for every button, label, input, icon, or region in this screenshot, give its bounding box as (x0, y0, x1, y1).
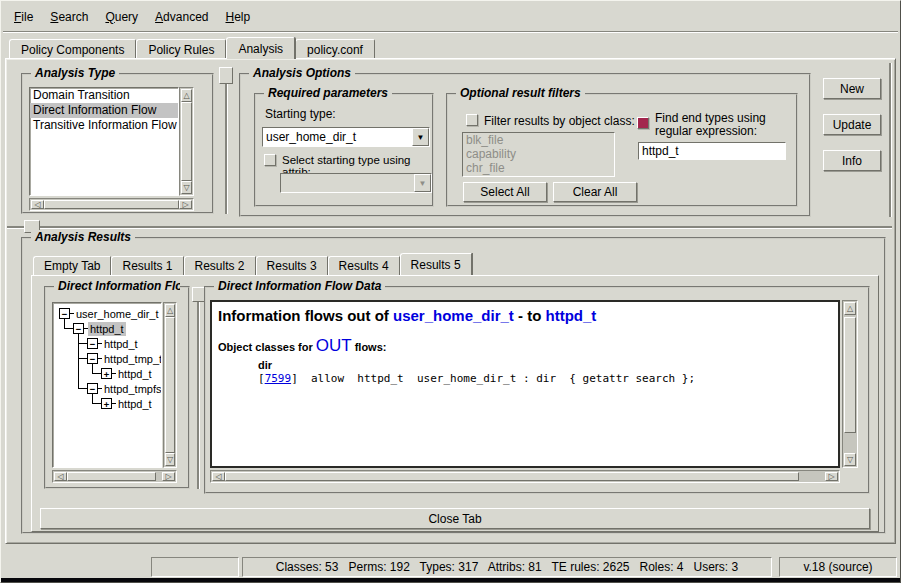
tree-node[interactable]: httpd_t (73, 322, 126, 335)
tab-policy-conf[interactable]: policy.conf (295, 39, 375, 59)
update-button[interactable]: Update (823, 114, 881, 135)
scroll-down-icon[interactable] (181, 181, 192, 194)
menu-query[interactable]: Query (105, 10, 138, 24)
object-class-checkbox[interactable] (466, 114, 478, 126)
rule-number-link[interactable]: 7599 (265, 372, 292, 385)
scroll-up-icon[interactable] (844, 302, 856, 315)
list-item[interactable]: Transitive Information Flow (30, 118, 178, 133)
source-type: user_home_dir_t (393, 307, 514, 324)
tree-node[interactable]: httpd_t (101, 397, 154, 410)
starting-type-value[interactable] (263, 128, 412, 146)
scroll-up-icon[interactable] (165, 304, 175, 317)
starting-type-combobox[interactable] (262, 127, 430, 147)
tree-node[interactable]: httpd_t (101, 367, 154, 380)
tree-node[interactable]: httpd_tmp_t (87, 352, 162, 365)
target-type: httpd_t (546, 307, 597, 324)
info-button[interactable]: Info (823, 150, 881, 171)
data-hscrollbar[interactable] (210, 470, 840, 483)
expander-minus-icon[interactable] (59, 308, 70, 319)
pane-sash-handle[interactable] (219, 67, 233, 84)
close-tab-button[interactable]: Close Tab (40, 508, 870, 529)
required-parameters-label: Required parameters (264, 86, 392, 100)
analysis-options-frame: Analysis Options Required parameters Sta… (239, 73, 811, 217)
scroll-left-icon[interactable] (54, 472, 67, 481)
new-button[interactable]: New (823, 78, 881, 99)
results-tab-page: Direct Information Flow T (31, 275, 879, 532)
expander-minus-icon[interactable] (87, 353, 98, 364)
list-item[interactable]: Domain Transition (30, 88, 178, 103)
clear-all-button[interactable]: Clear All (553, 182, 637, 202)
object-class-checkbox-label: Filter results by object class: (484, 114, 635, 128)
tab-policy-rules[interactable]: Policy Rules (136, 39, 226, 59)
object-class-checkbox-row: Filter results by object class: (466, 114, 635, 128)
flow-data-frame: Direct Information Flow Data Information… (204, 286, 870, 494)
tab-analysis[interactable]: Analysis (226, 37, 295, 59)
analysis-type-vscrollbar[interactable] (179, 87, 194, 196)
expander-plus-icon[interactable] (101, 398, 112, 409)
tab-results-4[interactable]: Results 4 (328, 256, 400, 275)
analysis-type-hscrollbar[interactable] (29, 198, 194, 211)
expander-minus-icon[interactable] (87, 338, 98, 349)
flow-tree-label: Direct Information Flow T (54, 279, 180, 293)
scroll-thumb[interactable] (165, 317, 175, 453)
analysis-results-frame: Analysis Results Empty Tab Results 1 Res… (21, 237, 886, 534)
scroll-up-icon[interactable] (181, 89, 192, 102)
tree-node[interactable]: user_home_dir_t (59, 307, 161, 320)
tab-results-1[interactable]: Results 1 (111, 256, 183, 275)
attrib-checkbox[interactable] (264, 154, 276, 166)
optional-result-filters-label: Optional result filters (456, 86, 585, 100)
tab-results-5[interactable]: Results 5 (400, 253, 472, 275)
starting-type-label: Starting type: (265, 107, 336, 121)
scroll-right-icon[interactable] (825, 472, 838, 481)
rule-line: [7599] allow httpd_t user_home_dir_t : d… (258, 372, 832, 385)
scroll-right-icon[interactable] (179, 200, 192, 209)
data-vscrollbar[interactable] (842, 300, 858, 468)
expander-plus-icon[interactable] (101, 368, 112, 379)
list-item[interactable]: Direct Information Flow (30, 103, 178, 118)
tree-hscrollbar[interactable] (52, 470, 177, 483)
list-item: chr_file (463, 161, 614, 175)
menu-advanced[interactable]: Advanced (155, 10, 208, 24)
scroll-left-icon[interactable] (31, 200, 44, 209)
tab-policy-components[interactable]: Policy Components (9, 39, 136, 59)
flow-direction: OUT (313, 336, 355, 356)
analysis-results-label: Analysis Results (31, 230, 135, 244)
scroll-thumb[interactable] (67, 472, 156, 481)
regex-entry-wrap (638, 142, 786, 160)
tab-results-3[interactable]: Results 3 (256, 256, 328, 275)
regex-checkbox[interactable] (637, 117, 649, 129)
scroll-right-icon[interactable] (162, 472, 175, 481)
menu-bar: File Search Query Advanced Help (3, 3, 898, 31)
flow-data-text[interactable]: Information flows out of user_home_dir_t… (210, 300, 840, 468)
apol-window: File Search Query Advanced Help Policy C… (0, 0, 901, 583)
tree-node[interactable]: httpd_tmpfs_t (87, 382, 162, 395)
results-sash-line[interactable] (7, 226, 892, 228)
menu-search[interactable]: Search (50, 10, 88, 24)
tree-data-sash-line[interactable] (197, 302, 199, 489)
tree-vscrollbar[interactable] (163, 302, 177, 468)
dropdown-arrow-icon[interactable] (412, 128, 429, 146)
scroll-thumb[interactable] (44, 200, 179, 209)
expander-minus-icon[interactable] (87, 383, 98, 394)
attrib-combobox (280, 173, 432, 193)
analysis-type-frame: Analysis Type Domain Transition Direct I… (21, 73, 214, 214)
select-all-button[interactable]: Select All (463, 182, 547, 202)
pane-sash-line[interactable] (225, 84, 227, 214)
tab-results-2[interactable]: Results 2 (184, 256, 256, 275)
object-class-name: dir (258, 359, 832, 371)
regex-entry[interactable] (639, 143, 785, 159)
scroll-thumb[interactable] (181, 102, 192, 181)
tab-empty[interactable]: Empty Tab (33, 256, 111, 275)
status-stats: Classes: 53 Perms: 192 Types: 317 Attrib… (242, 557, 772, 577)
scroll-down-icon[interactable] (165, 453, 175, 466)
scroll-down-icon[interactable] (844, 453, 856, 466)
regex-checkbox-label: Find end types using regular expression: (655, 112, 787, 138)
scroll-thumb[interactable] (844, 317, 856, 433)
expander-minus-icon[interactable] (73, 323, 84, 334)
scroll-left-icon[interactable] (212, 472, 225, 481)
menu-file[interactable]: File (14, 10, 33, 24)
scroll-thumb[interactable] (225, 472, 799, 481)
tree-node[interactable]: httpd_t (87, 337, 140, 350)
list-item: blk_file (463, 133, 614, 147)
menu-help[interactable]: Help (225, 10, 250, 24)
